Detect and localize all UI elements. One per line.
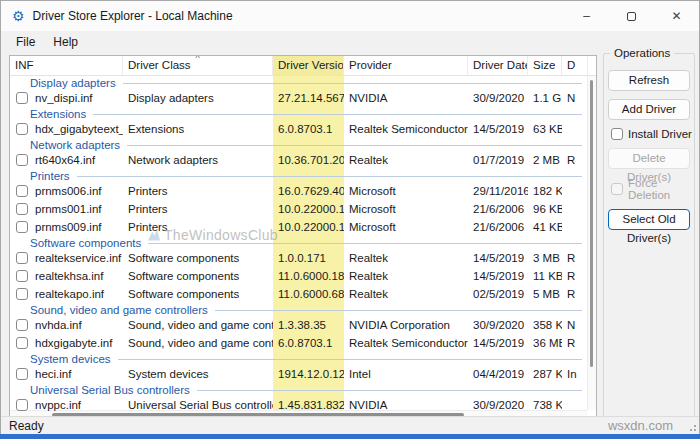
add-driver-button[interactable]: Add Driver <box>608 99 690 120</box>
app-window: ⚙ Driver Store Explorer - Local Machine … <box>0 0 700 435</box>
status-text: Ready <box>9 419 44 433</box>
group-header-label[interactable]: Universal Serial Bus controllers <box>30 384 190 396</box>
cell-inf: realtekservice.inf <box>35 252 121 264</box>
column-header-version[interactable]: Driver Version <box>273 56 344 75</box>
row-checkbox[interactable] <box>16 337 28 349</box>
column-header-provider[interactable]: Provider <box>344 56 468 75</box>
row-checkbox[interactable] <box>16 123 28 135</box>
cell-provider: Microsoft <box>344 185 468 197</box>
resize-grip-icon[interactable] <box>686 421 696 431</box>
cell-date: 01/7/2019 <box>468 154 528 166</box>
group-header-label[interactable]: Network adapters <box>30 139 120 151</box>
table-row[interactable]: heci.infSystem devices1914.12.0.1256Inte… <box>10 365 596 383</box>
cell-size: 3 MB <box>528 252 562 264</box>
column-header-size[interactable]: Size <box>528 56 562 75</box>
table-row[interactable]: hdxgigabyte.infSound, video and game con… <box>10 334 596 352</box>
column-header-label: Driver Class <box>128 59 191 71</box>
group-header: Software components <box>10 236 596 249</box>
row-checkbox[interactable] <box>16 154 28 166</box>
group-header-label[interactable]: Sound, video and game controllers <box>30 304 208 316</box>
cell-version: 1.0.0.171 <box>273 252 344 264</box>
cell-version: 10.0.22000.1 <box>273 203 344 215</box>
install-driver-checkbox-row: Install Driver <box>611 128 694 140</box>
app-gear-icon: ⚙ <box>12 9 25 23</box>
refresh-button[interactable]: Refresh <box>608 70 690 91</box>
cell-inf: rt640x64.inf <box>35 154 95 166</box>
cell-device: R <box>562 154 588 166</box>
cell-date: 14/5/2019 <box>468 123 528 135</box>
column-header-device[interactable]: D <box>562 56 588 75</box>
select-old-drivers-button[interactable]: Select Old Driver(s) <box>608 209 690 230</box>
cell-inf: nv_dispi.inf <box>35 92 93 104</box>
table-row[interactable]: prnms006.infPrinters16.0.7629.4000Micros… <box>10 182 596 200</box>
menu-help[interactable]: Help <box>44 32 87 52</box>
cell-inf-container: nvhda.inf <box>10 319 123 331</box>
cell-date: 30/9/2020 <box>468 319 528 331</box>
cell-size: 287 KB <box>528 368 562 380</box>
cell-driver_class: Printers <box>123 203 273 215</box>
row-checkbox[interactable] <box>16 252 28 264</box>
table-row[interactable]: prnms009.infPrinters10.0.22000.1Microsof… <box>10 218 596 236</box>
group-header: Display adapters <box>10 76 596 89</box>
cell-size: 738 KB <box>528 399 562 411</box>
cell-inf: prnms009.inf <box>35 221 101 233</box>
row-checkbox[interactable] <box>16 319 28 331</box>
table-row[interactable]: nv_dispi.infDisplay adapters27.21.14.567… <box>10 89 596 107</box>
table-row[interactable]: hdx_gigabyteext_rtk.infExtensions6.0.870… <box>10 120 596 138</box>
table-row[interactable]: rt640x64.infNetwork adapters10.36.701.20… <box>10 151 596 169</box>
menu-file[interactable]: File <box>7 32 44 52</box>
column-header-label: D <box>567 59 575 71</box>
table-row[interactable]: realtekhsa.infSoftware components11.0.60… <box>10 267 596 285</box>
cell-provider: Microsoft <box>344 203 468 215</box>
group-header: Network adapters <box>10 138 596 151</box>
minimize-button[interactable]: – <box>564 1 609 31</box>
cell-size: 11 KB <box>528 270 562 282</box>
driver-table: INFDriver Class^Driver VersionProviderDr… <box>9 55 597 419</box>
table-row[interactable]: prnms001.infPrinters10.0.22000.1Microsof… <box>10 200 596 218</box>
cell-device: N <box>562 92 588 104</box>
close-button[interactable]: ✕ <box>654 1 699 31</box>
cell-date: 14/5/2019 <box>468 337 528 349</box>
menu-bar: File Help <box>1 31 699 53</box>
row-checkbox[interactable] <box>16 288 28 300</box>
row-checkbox[interactable] <box>16 270 28 282</box>
install-driver-checkbox[interactable] <box>611 128 623 140</box>
group-header-label[interactable]: Software components <box>30 237 141 249</box>
cell-inf-container: hdx_gigabyteext_rtk.inf <box>10 123 123 135</box>
table-row[interactable]: nvppc.infUniversal Serial Bus controller… <box>10 396 596 414</box>
force-deletion-checkbox[interactable] <box>611 183 623 195</box>
cell-version: 11.0.6000.180 <box>273 270 344 282</box>
group-header-label[interactable]: Printers <box>30 170 70 182</box>
cell-provider: Realtek <box>344 288 468 300</box>
table-row[interactable]: realtekapo.infSoftware components11.0.60… <box>10 285 596 303</box>
cell-provider: NVIDIA <box>344 399 468 411</box>
column-header-inf[interactable]: INF <box>10 56 123 75</box>
group-header-label[interactable]: System devices <box>30 353 111 365</box>
row-checkbox[interactable] <box>16 92 28 104</box>
cell-provider: Realtek Semiconductor Corp. <box>344 337 468 349</box>
group-header-label[interactable]: Display adapters <box>30 77 116 89</box>
row-checkbox[interactable] <box>16 185 28 197</box>
table-row[interactable]: realtekservice.infSoftware components1.0… <box>10 249 596 267</box>
column-header-label: INF <box>15 59 34 71</box>
row-checkbox[interactable] <box>16 368 28 380</box>
row-checkbox[interactable] <box>16 203 28 215</box>
table-row[interactable]: nvhda.infSound, video and game controlle… <box>10 316 596 334</box>
cell-device: R <box>562 270 588 282</box>
cell-inf-container: realtekapo.inf <box>10 288 123 300</box>
maximize-button[interactable] <box>609 1 654 31</box>
column-header-date[interactable]: Driver Date <box>468 56 528 75</box>
cell-inf: realtekapo.inf <box>35 288 104 300</box>
group-header-line <box>215 310 582 311</box>
delete-drivers-button[interactable]: Delete Driver(s) <box>608 148 690 169</box>
column-header-driver_class[interactable]: Driver Class^ <box>123 56 273 75</box>
cell-provider: Realtek <box>344 154 468 166</box>
group-header-label[interactable]: Extensions <box>30 108 86 120</box>
row-checkbox[interactable] <box>16 221 28 233</box>
row-checkbox[interactable] <box>16 399 28 411</box>
close-icon: ✕ <box>671 9 681 23</box>
cell-size: 2 MB <box>528 154 562 166</box>
group-header: Sound, video and game controllers <box>10 303 596 316</box>
desktop-edge <box>0 434 700 439</box>
force-deletion-checkbox-row: Force Deletion <box>611 177 694 201</box>
